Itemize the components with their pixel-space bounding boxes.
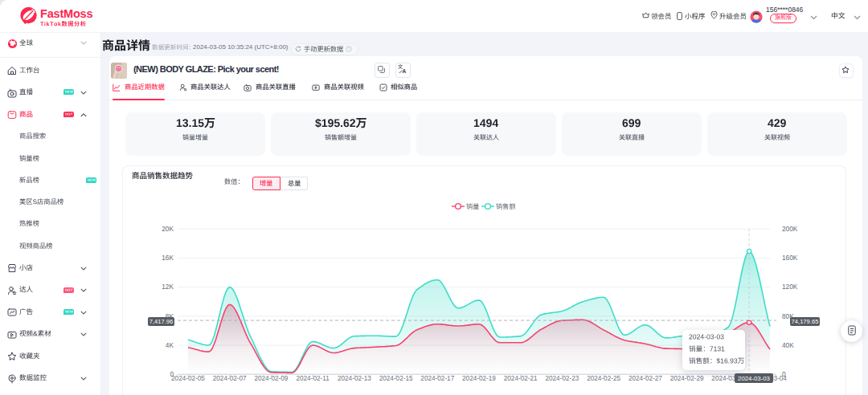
- svg-text:40K: 40K: [782, 341, 794, 349]
- svg-text:12K: 12K: [162, 283, 174, 291]
- svg-text:?: ?: [347, 46, 350, 51]
- svg-text:2024-02-25: 2024-02-25: [587, 375, 620, 382]
- svg-text:2024-02-05: 2024-02-05: [171, 375, 205, 382]
- svg-text:2024-02-15: 2024-02-15: [379, 375, 413, 382]
- svg-text:2024-02-11: 2024-02-11: [296, 375, 330, 382]
- svg-text:2024-02-29: 2024-02-29: [670, 375, 704, 382]
- svg-text:2024-02-19: 2024-02-19: [462, 375, 496, 382]
- svg-text:2024-02-09: 2024-02-09: [254, 375, 288, 382]
- svg-text:2024-02-23: 2024-02-23: [545, 375, 579, 382]
- svg-text:160K: 160K: [782, 254, 798, 262]
- svg-text:20K: 20K: [162, 225, 174, 233]
- svg-text:16K: 16K: [162, 254, 174, 262]
- svg-text:2024-02-17: 2024-02-17: [420, 375, 454, 382]
- svg-text:2024-02-27: 2024-02-27: [628, 375, 662, 382]
- svg-text:200K: 200K: [782, 225, 798, 233]
- svg-text:120K: 120K: [782, 283, 798, 291]
- svg-text:2024-02-13: 2024-02-13: [338, 375, 371, 382]
- svg-text:2024-02-21: 2024-02-21: [504, 375, 538, 382]
- svg-text:4K: 4K: [166, 341, 174, 349]
- svg-text:2024-02-07: 2024-02-07: [213, 375, 247, 382]
